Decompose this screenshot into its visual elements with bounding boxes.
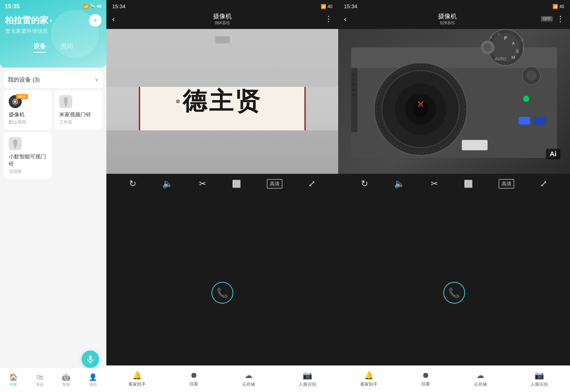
- fullscreen-btn-2[interactable]: ⤢: [540, 179, 547, 189]
- replay-label-2: 回看: [421, 381, 430, 387]
- bottom-nav-1: 🏠 米家 🛍 有品 🤖 智能 👤 我的: [0, 368, 106, 392]
- my-devices-header[interactable]: 我的设备 (3) ∨: [4, 71, 103, 88]
- battery-2: 40: [328, 4, 332, 9]
- cam1-nav-replay[interactable]: ⏺ 回看: [190, 371, 198, 387]
- snapshot-icon-2: ✂: [431, 179, 438, 189]
- doorbell2-room: 活动室: [9, 168, 47, 174]
- svg-point-1: [14, 100, 16, 103]
- fullscreen-icon-2: ⤢: [540, 179, 547, 189]
- device-card-doorbell2[interactable]: 小默智能可视门铃 活动室: [4, 132, 52, 179]
- quality-btn-2[interactable]: 高清: [499, 179, 514, 189]
- svg-text:M: M: [511, 55, 515, 60]
- camera2-spacer: 📞: [338, 194, 570, 392]
- snapshot-icon-1: ✂: [199, 179, 206, 189]
- rotate-icon-1: ↻: [129, 179, 136, 189]
- back-button-1[interactable]: ‹: [112, 14, 122, 23]
- nav-shop[interactable]: 🛍 有品: [36, 373, 44, 387]
- voice-button[interactable]: [82, 350, 99, 368]
- camera1-header: ‹ 摄像机 86KB/S ⋮: [106, 10, 338, 29]
- watch-label-2: 看家助手: [360, 381, 378, 387]
- svg-text:S: S: [516, 49, 519, 54]
- record-btn-2[interactable]: ⬜: [464, 180, 473, 188]
- svg-rect-31: [351, 68, 358, 132]
- cam1-nav-watch[interactable]: 🔔 看家助手: [128, 371, 146, 387]
- camera-device-name: 摄像机: [9, 111, 47, 118]
- svg-rect-35: [352, 89, 355, 91]
- camera2-header-right: OFF ⋮: [541, 14, 564, 23]
- quality-badge-1: 高清: [267, 179, 282, 189]
- cam2-nav-replay[interactable]: ⏺ 回看: [421, 371, 430, 387]
- calligraphy-chars: 德主贤: [182, 85, 262, 118]
- camera2-speed: 92KB/S: [440, 21, 455, 26]
- my-devices-title: 我的设备 (3): [8, 76, 40, 84]
- back-button-2[interactable]: ‹: [344, 14, 354, 23]
- camera1-controls: ↻ 🔈 ✂ ⬜ 高清 ⤢: [106, 174, 338, 194]
- home-name-text: 柏拉雷的家: [5, 14, 48, 26]
- home-nav-label: 米家: [9, 382, 17, 387]
- record-icon-2: ⬜: [464, 180, 473, 188]
- svg-rect-34: [352, 83, 355, 86]
- cam2-nav-cloud[interactable]: ☁ 云存储: [474, 371, 487, 387]
- mine-nav-label: 我的: [89, 382, 97, 387]
- device-card-camera[interactable]: NEW 摄像机 默认房间: [4, 90, 52, 130]
- shop-nav-label: 有品: [36, 382, 44, 387]
- cloud-label-1: 云存储: [242, 381, 255, 387]
- svg-text:1: 1: [522, 47, 524, 51]
- svg-rect-36: [352, 94, 355, 96]
- svg-point-3: [65, 104, 67, 106]
- call-icon-2: 📞: [448, 287, 460, 299]
- camera2-controls: ↻ 🔈 ✂ ⬜ 高清 ⤢: [338, 174, 570, 194]
- face-label-1: 人脸识别: [299, 381, 316, 387]
- face-label-2: 人脸识别: [531, 381, 548, 387]
- nav-mine[interactable]: 👤 我的: [89, 373, 97, 387]
- cam1-nav-cloud[interactable]: ☁ 云存储: [242, 371, 255, 387]
- shop-nav-icon: 🛍: [36, 373, 43, 381]
- svg-point-5: [14, 146, 16, 148]
- volume-btn-2[interactable]: 🔈: [394, 179, 405, 189]
- rotate-btn-2[interactable]: ↻: [361, 179, 368, 189]
- cam2-nav-face[interactable]: 📷 人脸识别: [531, 371, 548, 387]
- watch-icon-2: 🔔: [364, 371, 374, 380]
- replay-label-1: 回看: [190, 381, 198, 387]
- snapshot-btn-2[interactable]: ✂: [431, 179, 438, 189]
- doorbell1-room: 工作室: [59, 119, 98, 125]
- record-btn-1[interactable]: ⬜: [232, 180, 241, 188]
- svg-point-26: [523, 96, 529, 102]
- home-title[interactable]: 柏拉雷的家 ›: [5, 14, 52, 26]
- svg-text:A: A: [512, 41, 515, 46]
- more-button-2[interactable]: ⋮: [555, 14, 564, 23]
- doorbell1-icon: [59, 95, 72, 108]
- camera1-title: 摄像机: [213, 12, 232, 21]
- smart-nav-label: 智能: [62, 382, 70, 387]
- call-button-2[interactable]: 📞: [443, 282, 465, 304]
- cloud-icon-2: ☁: [477, 371, 484, 380]
- cam1-nav-face[interactable]: 📷 人脸识别: [299, 371, 316, 387]
- ai-badge: Ai: [546, 149, 560, 159]
- quality-btn-1[interactable]: 高清: [267, 179, 282, 189]
- svg-rect-32: [352, 73, 355, 76]
- volume-btn-1[interactable]: 🔈: [162, 179, 173, 189]
- device-card-doorbell1[interactable]: 米家视频门铃 工作室: [54, 90, 103, 130]
- svg-text:P: P: [504, 35, 507, 41]
- camera2-bottom-nav: 🔔 看家助手 ⏺ 回看 ☁ 云存储 📷 人脸识别: [338, 365, 570, 392]
- quality-badge-2: 高清: [499, 179, 514, 189]
- snapshot-btn-1[interactable]: ✂: [199, 179, 206, 189]
- tab-devices[interactable]: 设备: [33, 42, 46, 53]
- svg-rect-10: [351, 47, 557, 68]
- time-1: 15:35: [5, 3, 20, 10]
- svg-rect-2: [64, 97, 68, 104]
- rotate-btn-1[interactable]: ↻: [129, 179, 136, 189]
- svg-rect-6: [89, 356, 92, 360]
- face-icon-1: 📷: [303, 371, 312, 380]
- call-button-1[interactable]: 📞: [211, 282, 233, 304]
- camera2-status-icons: 📶 40: [553, 4, 564, 9]
- nav-home[interactable]: 🏠 米家: [9, 373, 18, 387]
- camera-device-room: 默认房间: [9, 119, 47, 125]
- more-button-1[interactable]: ⋮: [323, 14, 332, 23]
- nav-smart[interactable]: 🤖 智能: [62, 373, 70, 387]
- cam2-nav-watch[interactable]: 🔔 看家助手: [360, 371, 378, 387]
- fullscreen-btn-1[interactable]: ⤢: [308, 179, 315, 189]
- wifi-icon-2: 📶: [321, 4, 326, 9]
- svg-rect-43: [462, 140, 488, 150]
- svg-text:4: 4: [490, 35, 492, 39]
